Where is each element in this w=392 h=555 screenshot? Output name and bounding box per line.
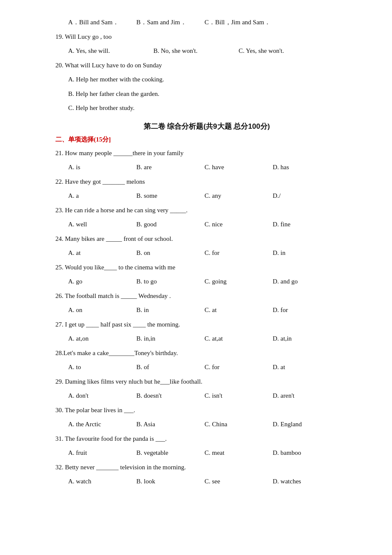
q31-text: 31. The favourite food for the panda is … [55, 434, 358, 445]
q25-text: 25. Would you like____ to the cinema wit… [55, 262, 358, 273]
q30-options: A. the ArcticB. AsiaC. ChinaD. England [55, 419, 358, 430]
q23a: A. well [68, 219, 136, 230]
q28a: A. to [68, 362, 136, 373]
q31d: D. bamboo [273, 448, 341, 459]
q23-text: 23. He can ride a horse and he can sing … [55, 205, 358, 216]
q18-option-a: A．Bill and Sam． [68, 17, 136, 28]
q27a: A. at,on [68, 333, 136, 344]
q20-option-c: C. Help her brother study. [55, 103, 358, 114]
q27-text: 27. I get up ____ half past six ____ the… [55, 319, 358, 330]
q19-text: 19. Will Lucy go , too [55, 32, 358, 43]
q19-option-a: A. Yes, she will. [68, 46, 153, 57]
q19-option-c: C. Yes, she won't. [239, 46, 324, 57]
q32d: D. watches [273, 476, 341, 487]
q21c: C. have [205, 162, 273, 173]
q29a: A. don't [68, 390, 136, 402]
q31a: A. fruit [68, 448, 136, 459]
q28-text: 28.Let's make a cake________Toney's birt… [55, 348, 358, 359]
q20-option-b: B. Help her father clean the garden. [55, 89, 358, 100]
q26d: D. for [273, 305, 341, 316]
q25d: D. and go [273, 276, 341, 287]
q22-options: A. aB. someC. anyD./ [55, 191, 358, 202]
q29-options: A. don'tB. doesn'tC. isn'tD. aren't [55, 390, 358, 402]
q27b: B. in,in [136, 333, 205, 344]
section2-title: 第二卷 综合分析题(共9大题 总分100分) [55, 121, 358, 131]
q20-option-a: A. Help her mother with the cooking. [55, 74, 358, 85]
q26-options: A. onB. inC. atD. for [55, 305, 358, 316]
q29-text: 29. Daming likes films very nluch but he… [55, 376, 358, 387]
q32a: A. watch [68, 476, 136, 487]
q18-option-b: B．Sam and Jim． [136, 17, 205, 28]
q22-text: 22. Have they got _______ melons [55, 176, 358, 188]
q24d: D. in [273, 248, 341, 259]
questions-container: 21. How many people ______there in your … [55, 148, 358, 487]
q32b: B. look [136, 476, 205, 487]
q26c: C. at [205, 305, 273, 316]
q22d: D./ [273, 191, 341, 202]
q24c: C. for [205, 248, 273, 259]
q26-text: 26. The football match is _____ Wednesda… [55, 291, 358, 302]
q20-text: 20. What will Lucy have to do on Sunday [55, 60, 358, 71]
q31-options: A. fruitB. vegetableC. meatD. bamboo [55, 448, 358, 459]
q21d: D. has [273, 162, 341, 173]
q21-text: 21. How many people ______there in your … [55, 148, 358, 159]
q27d: D. at,in [273, 333, 341, 344]
q24b: B. on [136, 248, 205, 259]
q29b: B. doesn't [136, 390, 205, 402]
q31b: B. vegetable [136, 448, 205, 459]
q29c: C. isn't [205, 390, 273, 402]
q30b: B. Asia [136, 419, 205, 430]
q18-options: A．Bill and Sam． B．Sam and Jim． C．Bill，Ji… [55, 17, 358, 28]
q23-options: A. wellB. goodC. niceD. fine [55, 219, 358, 230]
q24-text: 24. Many bikes are _____ front of our sc… [55, 234, 358, 245]
q19-option-b: B. No, she won't. [153, 46, 239, 57]
q27c: C. at,at [205, 333, 273, 344]
q21-options: A. isB. areC. haveD. has [55, 162, 358, 173]
q30a: A. the Arctic [68, 419, 136, 430]
q18-option-c: C．Bill，Jim and Sam． [205, 17, 273, 28]
q25a: A. go [68, 276, 136, 287]
q24a: A. at [68, 248, 136, 259]
q22b: B. some [136, 191, 205, 202]
q21a: A. is [68, 162, 136, 173]
q19-options: A. Yes, she will. B. No, she won't. C. Y… [55, 46, 358, 57]
q22a: A. a [68, 191, 136, 202]
q32-text: 32. Betty never _______ television in th… [55, 462, 358, 473]
q32-options: A. watchB. lookC. seeD. watches [55, 476, 358, 487]
section2-label: 二、单项选择(15分] [55, 136, 358, 144]
q28c: C. for [205, 362, 273, 373]
q31c: C. meat [205, 448, 273, 459]
q26a: A. on [68, 305, 136, 316]
q24-options: A. atB. onC. forD. in [55, 248, 358, 259]
q22c: C. any [205, 191, 273, 202]
q30-text: 30. The polar bear lives in ___. [55, 405, 358, 416]
q25c: C. going [205, 276, 273, 287]
q21b: B. are [136, 162, 205, 173]
q25-options: A. goB. to goC. goingD. and go [55, 276, 358, 287]
q23d: D. fine [273, 219, 341, 230]
q27-options: A. at,onB. in,inC. at,atD. at,in [55, 333, 358, 344]
q28-options: A. toB. ofC. forD. at [55, 362, 358, 373]
q23b: B. good [136, 219, 205, 230]
q30c: C. China [205, 419, 273, 430]
q28d: D. at [273, 362, 341, 373]
q32c: C. see [205, 476, 273, 487]
q23c: C. nice [205, 219, 273, 230]
q28b: B. of [136, 362, 205, 373]
q26b: B. in [136, 305, 205, 316]
q25b: B. to go [136, 276, 205, 287]
q30d: D. England [273, 419, 341, 430]
q29d: D. aren't [273, 390, 341, 402]
